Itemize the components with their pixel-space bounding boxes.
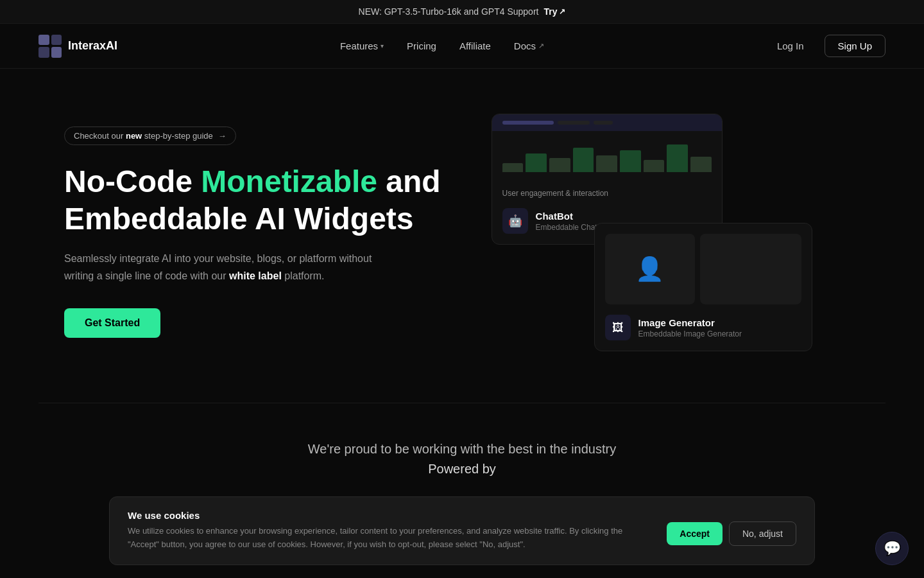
logo-icon <box>38 35 62 58</box>
hero-description: Seamlessly integrate AI into your websit… <box>64 250 372 285</box>
hero-left: Checkout our new step-by-step guide → No… <box>64 107 475 338</box>
no-adjust-button[interactable]: No, adjust <box>729 521 796 546</box>
arrow-right-icon: → <box>218 131 227 141</box>
login-button[interactable]: Log In <box>767 35 814 57</box>
chart-bar-6 <box>620 150 641 172</box>
get-started-button[interactable]: Get Started <box>64 308 160 338</box>
try-link[interactable]: Try <box>543 6 565 17</box>
announcement-bar: NEW: GPT-3.5-Turbo-16k and GPT4 Support … <box>0 0 924 24</box>
image-generator-card: 👤 🖼 Image Generator Embeddable Image Gen… <box>594 223 812 351</box>
chat-widget-button[interactable]: 💬 <box>875 532 909 565</box>
nav-affiliate[interactable]: Affiliate <box>459 40 491 51</box>
cookie-text-area: We use cookies We utilize cookies to enh… <box>128 510 651 552</box>
hero-right: User engagement & interaction 🤖 ChatBot … <box>492 107 886 377</box>
bar-segment-inactive <box>558 121 590 125</box>
hero-title: No-Code Monetizable and Embeddable AI Wi… <box>64 163 475 237</box>
bar-segment-active <box>502 121 554 125</box>
card-header-bar <box>492 114 722 131</box>
logo[interactable]: InteraxAI <box>38 35 117 58</box>
chat-icon: 💬 <box>884 540 901 557</box>
industry-title: We're proud to be working with the best … <box>38 442 886 457</box>
logo-text: InteraxAI <box>68 39 117 53</box>
cookie-actions: Accept No, adjust <box>667 510 796 546</box>
chart-bar-4 <box>573 148 594 172</box>
image-gen-icon: 🖼 <box>605 315 631 340</box>
chart-bar-8 <box>667 144 688 172</box>
nav-pricing[interactable]: Pricing <box>407 40 436 51</box>
external-link-icon: ↗ <box>538 42 544 50</box>
chatbot-icon: 🤖 <box>502 208 528 234</box>
chart-bar-9 <box>690 157 712 172</box>
image-placeholder-small <box>700 234 801 304</box>
image-preview-area: 👤 <box>595 223 812 315</box>
nav-links: Features ▾ Pricing Affiliate Docs ↗ <box>340 40 544 51</box>
chart-bar-1 <box>502 163 524 172</box>
announcement-text: NEW: GPT-3.5-Turbo-16k and GPT4 Support <box>359 6 539 17</box>
cookie-title: We use cookies <box>128 510 651 521</box>
accept-cookies-button[interactable]: Accept <box>667 522 723 545</box>
guide-badge-text: Checkout our new step-by-step guide <box>74 131 213 141</box>
nav-actions: Log In Sign Up <box>767 35 886 57</box>
chevron-down-icon: ▾ <box>381 42 384 49</box>
chart-bar-2 <box>526 153 547 172</box>
person-icon: 👤 <box>635 256 664 283</box>
chart-bar-3 <box>549 158 570 172</box>
chart-area <box>492 131 722 182</box>
signup-button[interactable]: Sign Up <box>825 35 886 57</box>
guide-badge[interactable]: Checkout our new step-by-step guide → <box>64 127 236 145</box>
bar-segment-inactive-2 <box>594 121 613 125</box>
navbar: InteraxAI Features ▾ Pricing Affiliate D… <box>0 24 924 69</box>
chart-bar-5 <box>596 155 617 172</box>
nav-features[interactable]: Features ▾ <box>340 40 384 51</box>
powered-by-text: Powered by <box>38 462 886 477</box>
card-label: User engagement & interaction <box>492 182 722 200</box>
industry-section: We're proud to be working with the best … <box>0 403 924 489</box>
chart-bar-7 <box>644 160 665 172</box>
nav-docs[interactable]: Docs ↗ <box>514 40 544 51</box>
cookie-banner: We use cookies We utilize cookies to enh… <box>109 496 815 565</box>
image-gen-content: 🖼 Image Generator Embeddable Image Gener… <box>595 315 812 351</box>
image-gen-text: Image Generator Embeddable Image Generat… <box>638 317 742 338</box>
hero-section: Checkout our new step-by-step guide → No… <box>0 69 924 403</box>
image-placeholder-main: 👤 <box>605 234 695 304</box>
cookie-description: We utilize cookies to enhance your brows… <box>128 525 651 552</box>
